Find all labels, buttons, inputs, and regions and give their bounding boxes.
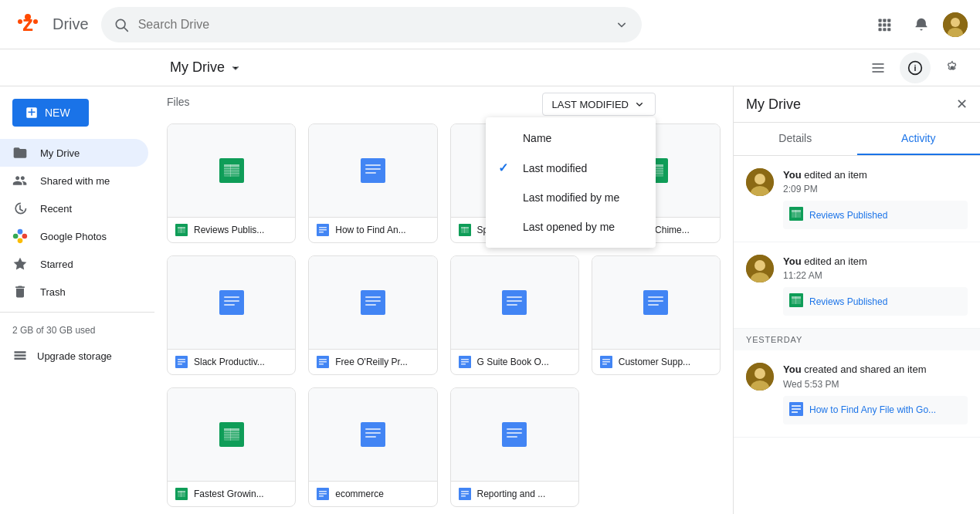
svg-rect-104 bbox=[602, 364, 607, 365]
new-button[interactable]: NEW bbox=[12, 99, 89, 127]
svg-rect-78 bbox=[178, 359, 185, 360]
svg-rect-43 bbox=[361, 158, 385, 183]
svg-point-28 bbox=[13, 234, 19, 239]
starred-icon bbox=[12, 256, 28, 272]
panel-content: You edited an item 2:09 PM Reviews Publi… bbox=[734, 156, 980, 514]
svg-rect-14 bbox=[883, 28, 886, 31]
svg-rect-88 bbox=[319, 364, 324, 365]
file-card[interactable]: Free O'Reilly Pr... bbox=[308, 255, 437, 375]
svg-rect-10 bbox=[879, 23, 882, 26]
info-icon: i bbox=[907, 60, 923, 76]
drive-path-title[interactable]: My Drive bbox=[170, 59, 242, 76]
svg-rect-102 bbox=[602, 359, 610, 360]
file-info: ecommerce bbox=[309, 481, 436, 506]
apps-grid-icon bbox=[877, 17, 892, 32]
sort-option-name[interactable]: Name bbox=[486, 123, 656, 153]
svg-rect-111 bbox=[230, 428, 231, 441]
file-preview bbox=[168, 388, 295, 481]
search-dropdown-icon[interactable] bbox=[614, 17, 629, 32]
upgrade-storage-label: Upgrade storage bbox=[37, 350, 112, 362]
svg-point-27 bbox=[18, 238, 23, 244]
file-card[interactable]: Customer Supp... bbox=[592, 255, 721, 375]
sort-option-last-opened-by-me[interactable]: Last opened by me bbox=[486, 212, 656, 242]
list-view-button[interactable] bbox=[863, 52, 894, 83]
svg-rect-83 bbox=[365, 300, 381, 302]
svg-rect-50 bbox=[319, 232, 324, 233]
svg-rect-109 bbox=[224, 435, 239, 435]
notification-button[interactable] bbox=[906, 9, 937, 40]
svg-rect-118 bbox=[365, 432, 381, 434]
file-card[interactable]: ecommerce bbox=[308, 387, 437, 507]
file-card[interactable]: Reviews Publis... bbox=[167, 123, 296, 243]
sidebar-item-google-photos[interactable]: Google Photos bbox=[0, 222, 148, 250]
svg-rect-87 bbox=[319, 361, 327, 363]
svg-rect-11 bbox=[883, 23, 886, 26]
search-input[interactable] bbox=[138, 18, 605, 32]
svg-rect-126 bbox=[507, 432, 522, 434]
svg-rect-35 bbox=[224, 168, 239, 169]
svg-rect-89 bbox=[502, 290, 527, 315]
sidebar-label-shared-with-me: Shared with me bbox=[40, 175, 110, 187]
file-card[interactable]: Slack Productiv... bbox=[167, 255, 296, 375]
sort-arrow-down-icon bbox=[633, 98, 646, 110]
shared-with-me-icon bbox=[12, 173, 28, 188]
activity-user: You bbox=[783, 255, 802, 267]
activity-body: You edited an item 2:09 PM Reviews Publi… bbox=[783, 168, 968, 229]
panel-close-button[interactable]: ✕ bbox=[956, 96, 968, 113]
activity-file[interactable]: Reviews Published bbox=[783, 287, 968, 316]
activity-text: You edited an item bbox=[783, 255, 968, 269]
svg-rect-20 bbox=[873, 67, 884, 69]
sidebar-item-my-drive[interactable]: My Drive bbox=[0, 139, 148, 167]
right-panel: My Drive ✕ Details Activity You edited a… bbox=[733, 86, 980, 514]
avatar[interactable] bbox=[943, 12, 968, 37]
sidebar-item-recent[interactable]: Recent bbox=[0, 194, 148, 222]
file-card[interactable]: How to Find An... bbox=[308, 123, 437, 243]
activity-item: You created and shared an item Wed 5:53 … bbox=[734, 350, 980, 437]
zapier-logo: z bbox=[12, 9, 43, 40]
sort-option-last-modified[interactable]: ✓ Last modified bbox=[486, 153, 656, 183]
settings-icon bbox=[944, 60, 960, 76]
svg-rect-131 bbox=[461, 495, 466, 497]
sort-option-last-opened-by-me-label: Last opened by me bbox=[523, 221, 615, 233]
file-info: Customer Supp... bbox=[592, 349, 720, 374]
tab-details[interactable]: Details bbox=[734, 123, 857, 155]
upgrade-storage-icon bbox=[12, 348, 28, 364]
svg-rect-9 bbox=[887, 19, 890, 22]
activity-file-type-icon bbox=[789, 293, 803, 309]
file-preview bbox=[309, 256, 436, 349]
activity-item: You edited an item 2:09 PM Reviews Publi… bbox=[734, 156, 980, 242]
sidebar-item-shared-with-me[interactable]: Shared with me bbox=[0, 167, 148, 194]
file-card[interactable]: Fastest Growin... bbox=[167, 387, 296, 507]
svg-rect-45 bbox=[365, 168, 381, 170]
file-card[interactable]: Reporting and ... bbox=[450, 387, 579, 507]
new-plus-icon bbox=[25, 106, 39, 120]
activity-body: You edited an item 11:22 AM Reviews Publ… bbox=[783, 255, 968, 316]
svg-rect-90 bbox=[507, 296, 522, 298]
svg-rect-44 bbox=[365, 164, 381, 166]
sidebar-item-trash[interactable]: Trash bbox=[0, 278, 148, 306]
apps-grid-button[interactable] bbox=[869, 9, 900, 40]
activity-body: You created and shared an item Wed 5:53 … bbox=[783, 363, 968, 424]
search-bar[interactable] bbox=[101, 7, 642, 42]
sort-button[interactable]: LAST MODIFIED bbox=[542, 93, 656, 116]
activity-file-name: How to Find Any File with Go... bbox=[809, 404, 936, 415]
svg-rect-29 bbox=[15, 351, 26, 353]
file-card[interactable]: G Suite Book O... bbox=[450, 255, 579, 375]
title-dropdown-icon[interactable] bbox=[229, 62, 242, 74]
svg-rect-98 bbox=[648, 296, 663, 298]
activity-file[interactable]: How to Find Any File with Go... bbox=[783, 396, 968, 424]
tab-activity[interactable]: Activity bbox=[857, 123, 981, 155]
file-preview bbox=[451, 256, 578, 349]
file-info: Free O'Reilly Pr... bbox=[309, 349, 436, 374]
svg-rect-61 bbox=[464, 227, 465, 233]
info-button[interactable]: i bbox=[900, 52, 931, 83]
sort-option-last-modified-by-me[interactable]: Last modified by me bbox=[486, 183, 656, 212]
svg-rect-130 bbox=[461, 493, 469, 495]
notification-icon bbox=[914, 17, 929, 32]
upgrade-storage-button[interactable]: Upgrade storage bbox=[0, 342, 154, 370]
activity-file[interactable]: Reviews Published bbox=[783, 201, 968, 229]
settings-button[interactable] bbox=[937, 52, 968, 83]
activity-file-name: Reviews Published bbox=[809, 210, 887, 221]
activity-avatar bbox=[746, 168, 774, 196]
sidebar-item-starred[interactable]: Starred bbox=[0, 250, 148, 278]
